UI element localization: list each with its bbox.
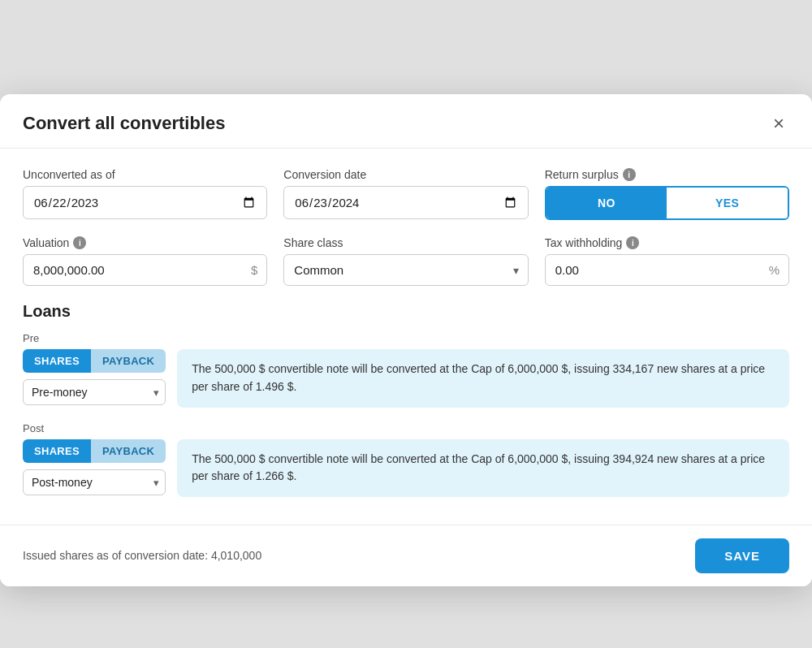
return-surplus-info-icon: i <box>623 168 636 181</box>
valuation-info-icon: i <box>73 236 86 249</box>
post-money-select-wrapper: Pre-money Post-money ▾ <box>23 469 166 495</box>
share-class-select[interactable]: Common Preferred Series A <box>283 254 528 286</box>
share-class-group: Share class Common Preferred Series A ▾ <box>283 236 528 286</box>
toggle-yes-button[interactable]: YES <box>667 188 788 218</box>
modal-overlay: Convert all convertibles × Unconverted a… <box>0 16 812 648</box>
modal-title: Convert all convertibles <box>23 113 225 134</box>
conversion-date-label: Conversion date <box>283 168 528 181</box>
post-shares-payback-group: SHARES PAYBACK <box>23 439 166 463</box>
pre-money-select-wrapper: Pre-money Post-money ▾ <box>23 379 166 405</box>
unconverted-group: Unconverted as of <box>23 168 267 220</box>
return-surplus-toggle: NO YES <box>545 186 789 220</box>
pre-payback-button[interactable]: PAYBACK <box>91 349 166 373</box>
return-surplus-label: Return surplus i <box>545 168 789 181</box>
modal-body: Unconverted as of Conversion date Return… <box>0 149 812 525</box>
toggle-no-button[interactable]: NO <box>546 188 667 218</box>
post-payback-button[interactable]: PAYBACK <box>91 439 166 463</box>
post-shares-button[interactable]: SHARES <box>23 439 91 463</box>
valuation-group: Valuation i $ <box>23 236 267 286</box>
modal-footer: Issued shares as of conversion date: 4,0… <box>0 525 812 586</box>
post-loan-info-box: The 500,000 $ convertible note will be c… <box>177 439 789 497</box>
tax-withholding-input-wrapper: % <box>545 254 789 286</box>
pre-loan-info-box: The 500,000 $ convertible note will be c… <box>177 349 789 407</box>
tax-withholding-info-icon: i <box>626 236 639 249</box>
pre-loan-controls: SHARES PAYBACK Pre-money Post-money ▾ <box>23 349 789 407</box>
share-class-select-wrapper: Common Preferred Series A ▾ <box>283 254 528 286</box>
tax-withholding-label: Tax withholding i <box>545 236 789 249</box>
valuation-input-wrapper: $ <box>23 254 267 286</box>
valuation-input[interactable] <box>23 254 267 286</box>
share-class-label: Share class <box>283 236 528 249</box>
pre-label: Pre <box>23 332 789 344</box>
form-row-2: Valuation i $ Share class Common Preferr… <box>23 236 789 286</box>
return-surplus-group: Return surplus i NO YES <box>545 168 789 220</box>
pre-shares-payback-group: SHARES PAYBACK <box>23 349 166 373</box>
post-label: Post <box>23 422 789 434</box>
pre-shares-button[interactable]: SHARES <box>23 349 91 373</box>
modal-header: Convert all convertibles × <box>0 94 812 149</box>
loans-section: Loans Pre SHARES PAYBACK Pre-money <box>23 302 789 497</box>
close-button[interactable]: × <box>768 112 789 135</box>
conversion-date-input[interactable] <box>283 186 528 219</box>
post-loan-left: SHARES PAYBACK Pre-money Post-money ▾ <box>23 439 166 495</box>
conversion-date-group: Conversion date <box>283 168 528 220</box>
valuation-label: Valuation i <box>23 236 267 249</box>
pre-money-select[interactable]: Pre-money Post-money <box>23 379 166 405</box>
tax-withholding-input[interactable] <box>545 254 789 286</box>
form-row-1: Unconverted as of Conversion date Return… <box>23 168 789 220</box>
pre-loan-subsection: Pre SHARES PAYBACK Pre-money Post-money <box>23 332 789 407</box>
issued-shares-info: Issued shares as of conversion date: 4,0… <box>23 549 261 562</box>
post-loan-controls: SHARES PAYBACK Pre-money Post-money ▾ <box>23 439 789 497</box>
unconverted-input[interactable] <box>23 186 267 219</box>
tax-withholding-group: Tax withholding i % <box>545 236 789 286</box>
loans-title: Loans <box>23 302 789 321</box>
post-loan-subsection: Post SHARES PAYBACK Pre-money Post-money <box>23 422 789 497</box>
post-money-select[interactable]: Pre-money Post-money <box>23 469 166 495</box>
save-button[interactable]: SAVE <box>695 538 789 573</box>
pre-loan-left: SHARES PAYBACK Pre-money Post-money ▾ <box>23 349 166 405</box>
unconverted-label: Unconverted as of <box>23 168 267 181</box>
modal: Convert all convertibles × Unconverted a… <box>0 94 812 586</box>
